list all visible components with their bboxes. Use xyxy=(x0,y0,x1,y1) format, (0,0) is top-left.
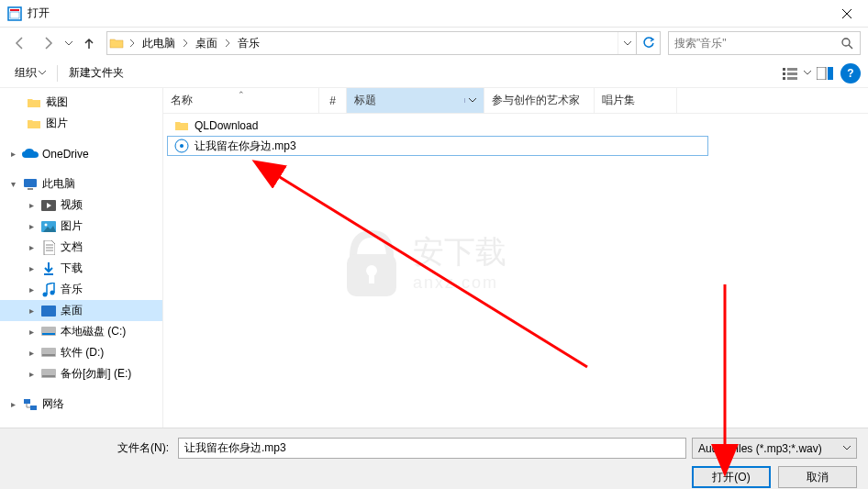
sidebar-item-downloads[interactable]: ▸ 下载 xyxy=(0,258,162,279)
refresh-button[interactable] xyxy=(636,32,660,54)
col-number[interactable]: # xyxy=(319,88,347,113)
forward-button xyxy=(35,31,61,55)
svg-rect-7 xyxy=(787,72,797,75)
chevron-right-icon[interactable]: ▸ xyxy=(26,263,37,273)
sidebar-item-disk-c[interactable]: ▸ 本地磁盘 (C:) xyxy=(0,321,162,342)
sidebar-item-network[interactable]: ▸ 网络 xyxy=(0,394,162,415)
col-artist[interactable]: 参与创作的艺术家 xyxy=(484,88,595,113)
filename-input[interactable] xyxy=(178,438,686,459)
filter-label: Audio Files (*.mp3;*.wav) xyxy=(698,442,822,455)
chevron-right-icon[interactable] xyxy=(221,32,234,54)
address-dropdown[interactable] xyxy=(618,32,636,54)
back-button[interactable] xyxy=(7,31,33,55)
sidebar-item-tupian[interactable]: 图片 xyxy=(0,113,162,134)
chevron-down-icon xyxy=(843,446,851,450)
chevron-down-icon[interactable] xyxy=(464,98,476,103)
search-icon[interactable] xyxy=(834,37,860,50)
svg-point-3 xyxy=(842,39,850,46)
chevron-right-icon[interactable]: ▸ xyxy=(7,149,18,159)
svg-rect-28 xyxy=(30,406,37,410)
navbar: 此电脑 桌面 音乐 xyxy=(0,28,868,59)
sidebar-item-jietu[interactable]: 截图 xyxy=(0,92,162,113)
help-button[interactable]: ? xyxy=(840,63,861,83)
chevron-right-icon[interactable]: ▸ xyxy=(26,327,37,337)
svg-rect-6 xyxy=(783,72,785,75)
folder-icon xyxy=(26,96,42,109)
filetype-filter[interactable]: Audio Files (*.mp3;*.wav) xyxy=(692,438,857,459)
footer: 文件名(N): Audio Files (*.mp3;*.wav) 打开(O) … xyxy=(0,428,868,489)
breadcrumb-music[interactable]: 音乐 xyxy=(234,32,263,54)
breadcrumb-pc[interactable]: 此电脑 xyxy=(139,32,179,54)
onedrive-icon xyxy=(22,149,39,160)
sidebar-item-disk-e[interactable]: ▸ 备份[勿删] (E:) xyxy=(0,363,162,384)
chevron-right-icon[interactable]: ▸ xyxy=(26,200,37,210)
col-title[interactable]: 标题 xyxy=(347,88,484,113)
cancel-button[interactable]: 取消 xyxy=(778,466,857,488)
newfolder-button[interactable]: 新建文件夹 xyxy=(61,61,131,84)
open-button[interactable]: 打开(O) xyxy=(692,466,771,488)
chevron-right-icon[interactable] xyxy=(126,32,139,54)
audio-file-icon xyxy=(174,139,189,153)
folder-icon xyxy=(107,36,126,50)
sidebar-item-video[interactable]: ▸ 视频 xyxy=(0,194,162,216)
window-title: 打开 xyxy=(28,6,826,21)
sidebar-item-docs[interactable]: ▸ 文档 xyxy=(0,237,162,258)
col-name[interactable]: 名称 xyxy=(163,88,319,113)
sidebar-item-disk-d[interactable]: ▸ 软件 (D:) xyxy=(0,342,162,363)
chevron-right-icon[interactable]: ▸ xyxy=(26,221,37,231)
svg-rect-26 xyxy=(42,375,55,377)
chevron-right-icon[interactable]: ▸ xyxy=(26,348,37,358)
chevron-down-icon[interactable]: ▾ xyxy=(7,179,18,189)
sidebar-item-onedrive[interactable]: ▸ OneDrive xyxy=(0,143,162,164)
chevron-right-icon[interactable]: ▸ xyxy=(26,284,37,295)
chevron-right-icon[interactable] xyxy=(179,32,192,54)
filename-label: 文件名(N): xyxy=(11,440,172,456)
disk-icon xyxy=(40,327,57,338)
svg-rect-22 xyxy=(42,333,55,335)
address-bar[interactable]: 此电脑 桌面 音乐 xyxy=(106,31,661,55)
svg-rect-11 xyxy=(828,67,833,80)
titlebar: 打开 xyxy=(0,0,868,28)
svg-rect-20 xyxy=(41,306,56,317)
view-button[interactable] xyxy=(778,62,802,84)
history-dropdown[interactable] xyxy=(62,31,75,55)
svg-rect-27 xyxy=(24,399,30,404)
network-icon xyxy=(22,398,39,411)
svg-rect-17 xyxy=(44,273,53,275)
svg-rect-8 xyxy=(783,77,785,80)
search-input[interactable] xyxy=(669,37,834,50)
svg-point-16 xyxy=(45,223,48,226)
preview-button[interactable] xyxy=(813,62,837,84)
col-album[interactable]: 唱片集 xyxy=(595,88,677,113)
file-row-mp3[interactable]: 让我留在你身边.mp3 xyxy=(167,136,708,156)
close-button[interactable] xyxy=(826,0,868,28)
column-headers: 名称 # 标题 参与创作的艺术家 唱片集 xyxy=(163,88,868,114)
disk-icon xyxy=(40,348,57,359)
svg-rect-24 xyxy=(42,354,55,356)
main-pane: 名称 # 标题 参与创作的艺术家 唱片集 QLDownload 让我留在你身边.… xyxy=(163,88,868,428)
svg-rect-1 xyxy=(10,9,19,11)
file-list[interactable]: QLDownload 让我留在你身边.mp3 xyxy=(163,114,868,428)
breadcrumb-desktop[interactable]: 桌面 xyxy=(192,32,221,54)
sidebar-item-desktop[interactable]: ▸ 桌面 xyxy=(0,300,162,321)
organize-button[interactable]: 组织 xyxy=(7,61,53,84)
desktop-icon xyxy=(40,306,57,317)
svg-point-30 xyxy=(180,144,184,148)
chevron-right-icon[interactable]: ▸ xyxy=(7,399,18,409)
chevron-right-icon[interactable]: ▸ xyxy=(26,306,37,316)
sidebar-item-music[interactable]: ▸ 音乐 xyxy=(0,279,162,300)
sidebar-item-pictures[interactable]: ▸ 图片 xyxy=(0,216,162,237)
svg-rect-12 xyxy=(24,179,37,187)
svg-rect-4 xyxy=(783,68,785,71)
chevron-right-icon[interactable]: ▸ xyxy=(26,242,37,252)
downloads-icon xyxy=(40,261,57,276)
svg-rect-13 xyxy=(28,188,33,190)
view-dropdown[interactable] xyxy=(802,71,813,75)
file-name: QLDownload xyxy=(195,119,258,132)
sidebar: 截图 图片 ▸ OneDrive ▾ 此电脑 ▸ 视频 ▸ 图片 ▸ xyxy=(0,88,163,428)
chevron-right-icon[interactable]: ▸ xyxy=(26,369,37,379)
sidebar-item-pc[interactable]: ▾ 此电脑 xyxy=(0,173,162,194)
search-box[interactable] xyxy=(668,31,861,55)
file-row-folder[interactable]: QLDownload xyxy=(167,116,864,136)
up-button[interactable] xyxy=(77,31,101,55)
